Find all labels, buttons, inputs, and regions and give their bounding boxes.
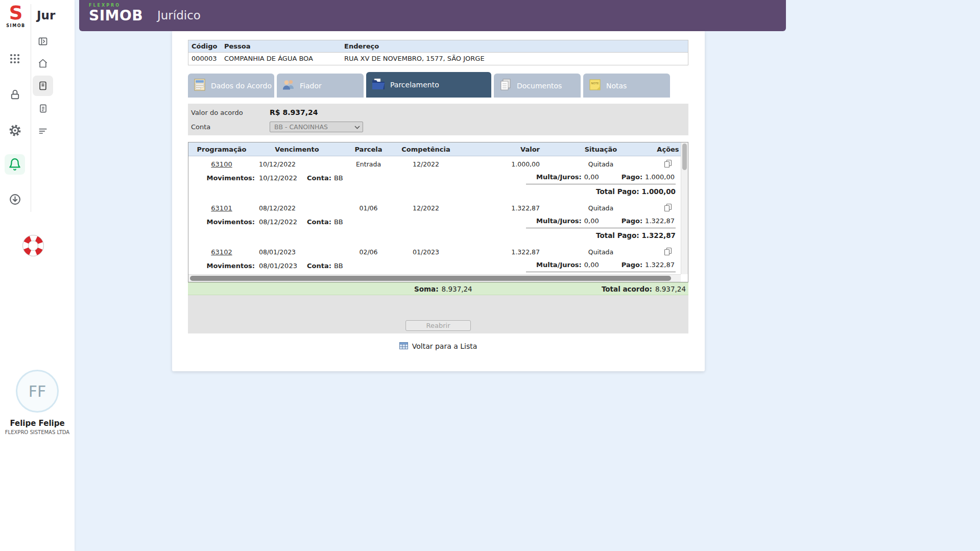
table-row: 63100 10/12/2022 Entrada 12/2022 1.000,0… — [188, 157, 681, 171]
programacao-link[interactable]: 63101 — [211, 204, 232, 212]
download-icon[interactable] — [5, 189, 25, 209]
copy-icon[interactable] — [664, 205, 672, 213]
total-pago-row: Total Pago: 1.322,87 — [188, 229, 681, 242]
tab-documentos[interactable]: Documentos — [494, 74, 581, 98]
total-pago-value: 1.000,00 — [641, 187, 676, 196]
valor-acordo-label: Valor do acordo — [191, 109, 243, 116]
tab-bar: Dados do Acordo Fiador Parcelamento Docu… — [188, 72, 688, 98]
page-title: Jurídico — [157, 0, 201, 31]
tab-parcelamento[interactable]: Parcelamento — [366, 72, 491, 98]
conta-select[interactable]: BB - CANOINHAS — [270, 122, 363, 132]
movimento-valores: Multa/Juros: 0,00 Pago: 1.000,00 — [526, 171, 676, 184]
programacao-link[interactable]: 63100 — [211, 160, 232, 168]
tab-label: Fiador — [300, 82, 322, 90]
bell-icon[interactable] — [5, 154, 25, 175]
app-header: FLEXPRO SIMOB Jurídico — [79, 0, 786, 31]
reabrir-button[interactable]: Reabrir — [405, 320, 471, 331]
competencia-cell: 12/2022 — [398, 204, 454, 212]
horizontal-scrollbar[interactable] — [188, 274, 681, 282]
vencimento-cell: 10/12/2022 — [255, 160, 339, 168]
tab-fiador[interactable]: Fiador — [277, 74, 364, 98]
movimento-data: 08/12/2022 — [255, 218, 307, 226]
pago-value: 1.322,87 — [645, 217, 675, 225]
table-row: 63102 08/01/2023 02/06 01/2023 1.322,87 … — [188, 245, 681, 258]
copy-icon[interactable] — [664, 161, 672, 169]
multa-juros-label: Multa/Juros: — [536, 217, 582, 225]
competencia-cell: 01/2023 — [398, 248, 454, 256]
totals-row: Soma:8.937,24 Total acordo:8.937,24 — [188, 282, 688, 295]
table-row: 63101 08/12/2022 01/06 12/2022 1.322,87 … — [188, 201, 681, 214]
panel-toggle-icon[interactable] — [33, 31, 53, 52]
col-programacao: Programação — [188, 146, 255, 153]
col-header-pessoa: Pessoa — [224, 40, 344, 52]
menu-lines-icon[interactable] — [33, 121, 53, 141]
col-vencimento: Vencimento — [255, 146, 339, 153]
pago-label: Pago: — [622, 261, 642, 269]
people-icon — [282, 78, 295, 93]
tab-dados-do-acordo[interactable]: Dados do Acordo — [188, 74, 274, 98]
vencimento-cell: 08/01/2023 — [255, 248, 339, 256]
lifesaver-help-icon[interactable] — [22, 234, 44, 257]
logo-s-glyph: S — [4, 3, 28, 23]
header-brand-logo: FLEXPRO SIMOB — [89, 4, 143, 23]
conta-inline-label: Conta: — [307, 174, 331, 182]
client-table-header: Código Pessoa Endereço — [188, 40, 688, 53]
total-pago-row: Total Pago: 1.000,00 — [188, 185, 681, 198]
conta-label: Conta — [191, 123, 210, 131]
col-parcela: Parcela — [339, 146, 398, 153]
movimentos-label: Movimentos: — [188, 218, 255, 226]
col-acoes: Ações — [656, 146, 680, 153]
sidebar: S SIMOB Jur — [0, 0, 75, 551]
tab-notas[interactable]: NOTE Notas — [583, 74, 670, 98]
multa-juros-label: Multa/Juros: — [536, 261, 582, 269]
form-icon — [193, 78, 206, 93]
copy-icon[interactable] — [664, 249, 672, 257]
sidebar-divider — [31, 4, 31, 212]
pago-label: Pago: — [622, 173, 642, 181]
valor-acordo-value: R$ 8.937,24 — [270, 108, 318, 116]
voltar-link[interactable]: Voltar para a Lista — [188, 341, 688, 352]
total-acordo-group: Total acordo:8.937,24 — [602, 283, 686, 295]
conta-inline-value: BB — [334, 218, 343, 226]
avatar[interactable]: FF — [16, 370, 59, 413]
installments-header: Programação Vencimento Parcela Competênc… — [188, 142, 681, 156]
installment-block: 63102 08/01/2023 02/06 01/2023 1.322,87 … — [188, 245, 681, 273]
gear-icon[interactable] — [5, 120, 25, 140]
soma-value: 8.937,24 — [442, 285, 472, 293]
installments-body: 63100 10/12/2022 Entrada 12/2022 1.000,0… — [188, 156, 681, 274]
tab-label: Parcelamento — [390, 81, 439, 89]
user-block: FF Felipe Felipe FLEXPRO SISTEMAS LTDA — [0, 370, 75, 435]
installment-block: 63100 10/12/2022 Entrada 12/2022 1.000,0… — [188, 157, 681, 198]
folder-icon — [371, 78, 386, 92]
col-header-endereco: Endereço — [344, 40, 688, 52]
col-header-codigo: Código — [188, 40, 224, 52]
vertical-scrollbar-thumb[interactable] — [682, 143, 687, 170]
report-icon[interactable] — [33, 98, 53, 118]
competencia-cell: 12/2022 — [398, 160, 454, 168]
total-pago-value: 1.322,87 — [641, 231, 676, 239]
movimentos-row: Movimentos: 08/12/2022 Conta:BB Multa/Ju… — [188, 214, 681, 229]
parcela-cell: Entrada — [339, 160, 398, 168]
parcela-cell: 01/06 — [339, 204, 398, 212]
horizontal-scrollbar-thumb[interactable] — [190, 276, 671, 281]
apps-grid-icon[interactable] — [5, 49, 25, 69]
client-table: Código Pessoa Endereço 000003 COMPANHIA … — [188, 40, 688, 65]
movimentos-row: Movimentos: 08/01/2023 Conta:BB Multa/Ju… — [188, 258, 681, 273]
home-icon[interactable] — [33, 53, 53, 74]
programacao-link[interactable]: 63102 — [211, 248, 232, 256]
vencimento-cell: 08/12/2022 — [255, 204, 339, 212]
total-acordo-value: 8.937,24 — [655, 285, 686, 293]
client-row: 000003 COMPANHIA DE ÁGUA BOA RUA XV DE N… — [188, 53, 688, 65]
total-pago-label: Total Pago: — [596, 231, 639, 239]
situacao-cell: Quitada — [546, 248, 656, 256]
user-name: Felipe Felipe — [0, 419, 75, 428]
tab-label: Dados do Acordo — [211, 82, 272, 90]
chevron-down-icon — [354, 123, 360, 131]
vertical-scrollbar[interactable] — [681, 142, 688, 274]
movimentos-label: Movimentos: — [188, 262, 255, 270]
journal-icon[interactable] — [33, 76, 53, 96]
client-codigo: 000003 — [188, 53, 224, 65]
col-valor: Valor — [454, 146, 546, 153]
lock-icon[interactable] — [5, 84, 25, 105]
conta-selected-value: BB - CANOINHAS — [274, 123, 328, 131]
